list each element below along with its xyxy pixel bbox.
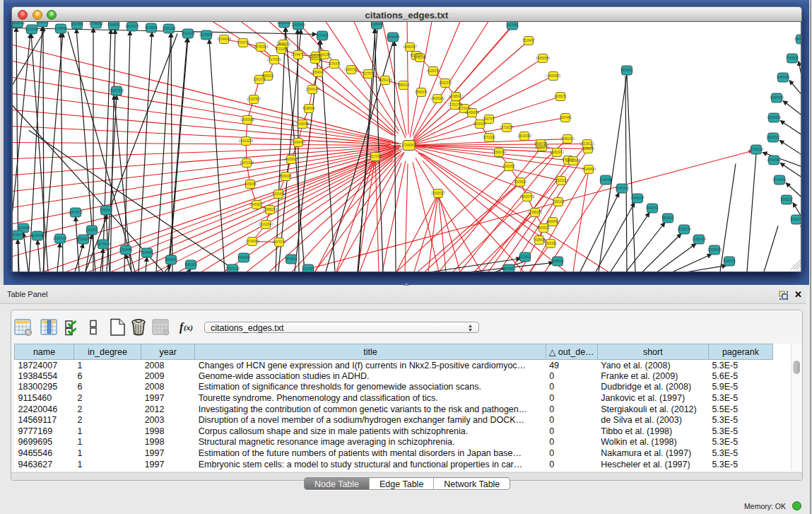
svg-text:16860207: 16860207 (403, 45, 418, 49)
svg-text:6306893: 6306893 (36, 22, 49, 24)
svg-text:9382113: 9382113 (552, 200, 565, 204)
svg-text:16670747: 16670747 (272, 240, 287, 244)
svg-text:9034686: 9034686 (141, 251, 153, 255)
svg-text:3382132: 3382132 (309, 57, 322, 61)
svg-text:18795716: 18795716 (13, 233, 25, 237)
svg-text:21433649: 21433649 (291, 23, 306, 27)
svg-text:8721369: 8721369 (275, 47, 288, 51)
svg-text:5219822: 5219822 (519, 255, 531, 259)
svg-text:10346424: 10346424 (582, 168, 596, 171)
svg-text:2967477: 2967477 (483, 117, 495, 121)
svg-text:14509728: 14509728 (520, 195, 535, 199)
svg-text:19586522: 19586522 (276, 42, 291, 46)
svg-text:6994562: 6994562 (107, 23, 120, 27)
svg-text:14387959: 14387959 (770, 96, 784, 100)
svg-text:2817683: 2817683 (369, 155, 382, 158)
svg-text:21981592: 21981592 (162, 27, 177, 30)
svg-text:2975475: 2975475 (328, 62, 341, 66)
svg-text:22926327: 22926327 (431, 192, 446, 195)
svg-text:9318332: 9318332 (790, 218, 801, 221)
svg-text:7156836: 7156836 (582, 147, 594, 151)
svg-text:17307133: 17307133 (225, 267, 240, 271)
svg-text:4570554: 4570554 (145, 26, 158, 30)
svg-text:20334454: 20334454 (291, 141, 306, 144)
svg-text:14100380: 14100380 (517, 134, 532, 138)
svg-text:4285271: 4285271 (554, 95, 567, 98)
svg-text:1653531: 1653531 (86, 228, 98, 232)
svg-text:19448347: 19448347 (630, 197, 645, 200)
svg-text:22806289: 22806289 (767, 116, 782, 119)
svg-text:3148352: 3148352 (599, 178, 612, 182)
svg-text:5060227: 5060227 (780, 198, 793, 201)
svg-text:1108894: 1108894 (54, 27, 67, 30)
svg-text:15155998: 15155998 (566, 159, 581, 163)
svg-text:10344146: 10344146 (305, 88, 320, 91)
svg-text:7749509: 7749509 (786, 57, 799, 60)
svg-text:4666460: 4666460 (546, 220, 559, 223)
svg-text:1495191: 1495191 (413, 56, 426, 59)
svg-text:9082309: 9082309 (184, 263, 197, 267)
svg-text:22439587: 22439587 (199, 33, 214, 37)
svg-text:18034970: 18034970 (125, 25, 140, 28)
svg-text:18252216: 18252216 (378, 78, 393, 82)
svg-text:18366963: 18366963 (767, 158, 782, 162)
svg-text:4753657: 4753657 (100, 209, 112, 212)
svg-text:9837869: 9837869 (71, 23, 83, 26)
svg-text:20744773: 20744773 (291, 53, 306, 57)
svg-text:15463677: 15463677 (249, 203, 264, 206)
svg-text:20161026: 20161026 (239, 139, 254, 143)
svg-text:18034339: 18034339 (277, 22, 292, 25)
svg-text:12888253: 12888253 (263, 208, 278, 211)
svg-text:16224441: 16224441 (25, 28, 40, 31)
svg-text:22682194: 22682194 (492, 151, 507, 154)
svg-text:18705794: 18705794 (677, 228, 692, 231)
svg-text:15869000: 15869000 (536, 57, 551, 60)
svg-text:11318461: 11318461 (119, 248, 133, 252)
svg-text:2943646: 2943646 (165, 258, 177, 262)
svg-text:21097245: 21097245 (53, 237, 68, 240)
svg-text:13179613: 13179613 (96, 243, 111, 246)
svg-text:19098556: 19098556 (16, 226, 31, 230)
svg-text:4252458: 4252458 (272, 192, 285, 196)
svg-text:3261579: 3261579 (253, 78, 266, 81)
svg-text:1019189: 1019189 (31, 234, 44, 238)
svg-text:12087340: 12087340 (344, 68, 359, 71)
svg-text:17295412: 17295412 (449, 95, 464, 98)
svg-text:12385106: 12385106 (528, 211, 543, 214)
svg-text:13546466: 13546466 (386, 35, 401, 39)
svg-text:4165048: 4165048 (244, 182, 257, 186)
svg-text:8986110: 8986110 (397, 83, 410, 87)
svg-text:1705792: 1705792 (237, 41, 249, 45)
svg-text:22882351: 22882351 (560, 137, 575, 141)
svg-text:16523222: 16523222 (554, 179, 569, 182)
svg-text:11876872: 11876872 (69, 211, 83, 214)
svg-text:19093688: 19093688 (240, 118, 255, 122)
svg-text:17287807: 17287807 (247, 98, 261, 101)
svg-text:5308102: 5308102 (551, 259, 564, 263)
svg-text:7382351: 7382351 (544, 242, 557, 245)
svg-text:13529912: 13529912 (766, 136, 781, 139)
svg-text:14636992: 14636992 (430, 97, 445, 100)
svg-text:3033823: 3033823 (514, 180, 526, 184)
svg-text:14456679: 14456679 (465, 111, 480, 115)
svg-text:(x): (x) (184, 323, 193, 332)
svg-text:11014145: 11014145 (181, 32, 195, 35)
svg-text:3642648: 3642648 (237, 256, 250, 259)
svg-text:2697462: 2697462 (559, 116, 572, 119)
svg-text:8106768: 8106768 (723, 259, 736, 263)
svg-text:16052972: 16052972 (550, 151, 565, 154)
svg-text:15588301: 15588301 (13, 22, 25, 25)
svg-text:22176301: 22176301 (267, 58, 282, 62)
svg-text:6420686: 6420686 (506, 23, 519, 27)
svg-text:17796882: 17796882 (89, 22, 104, 25)
svg-text:7389096: 7389096 (279, 175, 292, 178)
svg-text:6128434: 6128434 (370, 23, 383, 26)
svg-text:1241284: 1241284 (318, 53, 331, 57)
svg-text:20740364: 20740364 (254, 45, 269, 49)
svg-text:8539591: 8539591 (620, 69, 633, 72)
svg-text:17394887: 17394887 (76, 238, 91, 241)
svg-text:16870338: 16870338 (240, 161, 254, 165)
svg-text:18874652: 18874652 (502, 267, 517, 271)
svg-text:15700199: 15700199 (749, 148, 764, 151)
svg-text:3529497: 3529497 (522, 39, 535, 42)
